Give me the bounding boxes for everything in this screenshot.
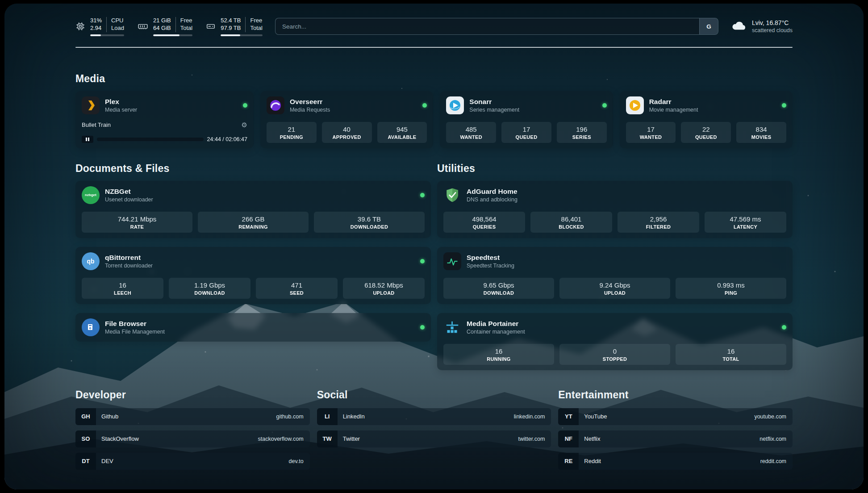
overseerr-icon — [267, 96, 284, 114]
app-card-qbittorrent[interactable]: qb qBittorrent Torrent downloader 16LEEC… — [75, 247, 431, 304]
pause-button[interactable] — [82, 136, 93, 143]
bookmark-abbr: NF — [558, 430, 579, 447]
app-title: Overseerr — [290, 98, 330, 106]
disk-icon — [206, 21, 216, 31]
app-card-sonarr[interactable]: Sonarr Series management 485WANTED 17QUE… — [440, 91, 613, 148]
bookmark-url: github.com — [276, 414, 304, 420]
app-card-plex[interactable]: Plex Media server Bullet Train ⚙ 24:44 /… — [75, 91, 254, 148]
stat-downloaded: 39.6 TBDOWNLOADED — [314, 212, 425, 233]
stat-approved: 40APPROVED — [322, 122, 372, 143]
now-playing-title: Bullet Train — [82, 121, 111, 128]
dashboard-window: 31% 2.94 CPU Load — [4, 4, 864, 489]
cpu-load: 2.94 — [90, 25, 102, 32]
developer-bookmarks: Developer GH Github github.com SO StackO… — [75, 389, 310, 475]
documents-column: Documents & Files nzbget NZBGet Usenet d… — [75, 163, 431, 370]
app-subtitle: Movie management — [649, 107, 698, 113]
stat-remaining: 266 GBREMAINING — [198, 212, 309, 233]
app-card-speedtest[interactable]: Speedtest Speedtest Tracking 9.65 GbpsDO… — [437, 247, 793, 304]
bookmark-netflix[interactable]: NF Netflix netflix.com — [558, 430, 793, 447]
status-dot — [420, 193, 425, 197]
bookmark-name: Reddit — [584, 458, 601, 464]
weather-location: Lviv, 16.87°C — [752, 19, 793, 26]
section-heading-entertainment: Entertainment — [558, 389, 793, 401]
bookmark-dev[interactable]: DT DEV dev.to — [75, 453, 310, 470]
bookmark-youtube[interactable]: YT YouTube youtube.com — [558, 408, 793, 425]
playback-time: 24:44 / 02:06:47 — [207, 136, 247, 142]
stat-ping: 0.993 msPING — [676, 278, 786, 299]
bookmark-url: stackoverflow.com — [258, 436, 304, 442]
stat-leech: 16LEECH — [82, 278, 163, 299]
app-card-filebrowser[interactable]: File Browser Media File Management — [75, 313, 431, 342]
stat-filtered: 2,956FILTERED — [618, 212, 699, 233]
search-input[interactable] — [275, 18, 699, 34]
stat-blocked: 86,401BLOCKED — [530, 212, 612, 233]
bookmark-twitter[interactable]: TW Twitter twitter.com — [317, 430, 551, 447]
stat-wanted: 485WANTED — [446, 122, 496, 143]
ram-icon — [138, 21, 148, 31]
bookmark-stackoverflow[interactable]: SO StackOverflow stackoverflow.com — [75, 430, 310, 447]
bookmark-name: Twitter — [343, 435, 360, 442]
stat-stopped: 0STOPPED — [559, 344, 670, 365]
bookmark-abbr: YT — [558, 408, 579, 425]
media-cards-row: Plex Media server Bullet Train ⚙ 24:44 /… — [75, 91, 793, 148]
plex-icon — [82, 96, 100, 114]
qbittorrent-icon: qb — [82, 252, 100, 270]
bookmark-linkedin[interactable]: LI LinkedIn linkedin.com — [317, 408, 551, 425]
bookmark-name: StackOverflow — [101, 435, 139, 442]
app-card-radarr[interactable]: Radarr Movie management 17WANTED 22QUEUE… — [620, 91, 793, 148]
disk-widget: 52.4 TB 97.9 TB Free Total — [206, 17, 263, 36]
section-heading-developer: Developer — [75, 389, 310, 401]
bookmark-name: LinkedIn — [343, 413, 365, 420]
disk-label-bottom: Total — [250, 25, 262, 32]
search-engine-button[interactable]: G — [699, 18, 718, 34]
cloud-icon — [731, 20, 747, 33]
app-subtitle: Torrent downloader — [105, 263, 153, 269]
nzbget-icon: nzbget — [82, 186, 100, 204]
header-divider — [75, 47, 793, 48]
radarr-icon — [626, 96, 644, 114]
status-dot — [782, 325, 786, 330]
stat-running: 16RUNNING — [443, 344, 554, 365]
stat-wanted: 17WANTED — [626, 122, 676, 143]
bookmark-url: dev.to — [289, 458, 304, 464]
gear-icon[interactable]: ⚙ — [242, 121, 247, 128]
app-title: Plex — [105, 98, 137, 106]
search-bar: G — [275, 18, 718, 35]
app-title: Media Portainer — [467, 320, 525, 328]
bookmark-github[interactable]: GH Github github.com — [75, 408, 310, 425]
app-card-nzbget[interactable]: nzbget NZBGet Usenet downloader 744.21 M… — [75, 181, 431, 238]
weather-widget: Lviv, 16.87°C scattered clouds — [731, 19, 793, 33]
section-heading-media: Media — [75, 73, 793, 85]
stat-queued: 17QUEUED — [501, 122, 551, 143]
utilities-column: Utilities AdGuard Home — [437, 163, 793, 370]
bookmark-abbr: LI — [317, 408, 338, 425]
section-heading-social: Social — [317, 389, 551, 401]
app-subtitle: Series management — [469, 107, 519, 113]
bookmark-abbr: RE — [558, 453, 579, 470]
entertainment-bookmarks: Entertainment YT YouTube youtube.com NF … — [558, 389, 793, 475]
bookmark-url: twitter.com — [518, 436, 545, 442]
cpu-label-bottom: Load — [111, 25, 124, 32]
status-dot — [243, 103, 247, 108]
stat-seed: 471SEED — [256, 278, 338, 299]
app-card-overseerr[interactable]: Overseerr Media Requests 21PENDING 40APP… — [260, 91, 433, 148]
app-subtitle: Usenet downloader — [105, 196, 153, 203]
cpu-icon — [75, 21, 85, 31]
cpu-label-top: CPU — [111, 17, 124, 24]
playback-progress-bar[interactable] — [97, 138, 204, 141]
app-subtitle: Media File Management — [105, 329, 165, 335]
bookmark-reddit[interactable]: RE Reddit reddit.com — [558, 453, 793, 470]
app-subtitle: Media server — [105, 107, 137, 113]
stat-queued: 22QUEUED — [681, 122, 731, 143]
bookmark-abbr: GH — [75, 408, 96, 425]
app-card-adguard[interactable]: AdGuard Home DNS and adblocking 498,564Q… — [437, 181, 793, 238]
stat-download: 1.19 GbpsDOWNLOAD — [169, 278, 250, 299]
app-title: AdGuard Home — [467, 188, 517, 196]
sonarr-icon — [446, 96, 464, 114]
app-card-portainer[interactable]: Media Portainer Container management 16R… — [437, 313, 793, 370]
stat-rate: 744.21 MbpsRATE — [82, 212, 192, 233]
status-dot — [602, 103, 607, 108]
bookmark-url: netflix.com — [760, 436, 786, 442]
app-title: qBittorrent — [105, 254, 153, 262]
ram-free: 21 GiB — [153, 17, 171, 24]
